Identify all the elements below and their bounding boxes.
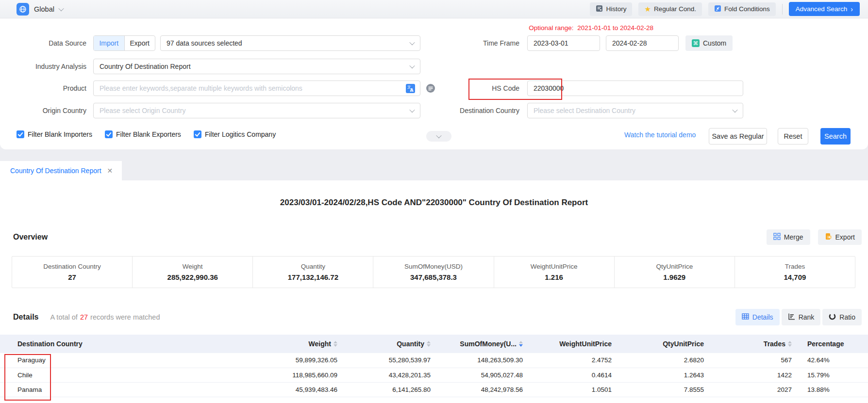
rank-chart-icon bbox=[788, 313, 795, 322]
merge-button[interactable]: Merge bbox=[767, 229, 810, 245]
column-label: WeightUnitPrice bbox=[559, 340, 612, 348]
product-label: Product bbox=[0, 81, 86, 96]
origin-country-placeholder: Please select Origin Country bbox=[100, 107, 185, 114]
row-data-source: Data Source Import Export 97 data source… bbox=[0, 35, 868, 52]
view-rank-button[interactable]: Rank bbox=[782, 309, 821, 325]
checkbox-checked-icon bbox=[194, 130, 201, 138]
data-cell: 1.2643 bbox=[618, 368, 711, 382]
column-header-quantity[interactable]: Quantity bbox=[344, 335, 437, 353]
date-end-input[interactable] bbox=[606, 35, 679, 51]
sort-icons[interactable] bbox=[427, 341, 431, 347]
column-header-trades[interactable]: Trades bbox=[711, 335, 799, 353]
tab-country-of-destination-report[interactable]: Country Of Destination Report ✕ bbox=[0, 161, 122, 180]
industry-select[interactable]: Country Of Destination Report bbox=[93, 59, 420, 74]
origin-country-label: Origin Country bbox=[0, 103, 86, 118]
column-header-sumofmoney-u[interactable]: SumOfMoney(U... bbox=[437, 335, 530, 353]
history-button[interactable]: History bbox=[590, 2, 632, 16]
page: Global History ★ Regular Cond. Fold Cond… bbox=[0, 0, 868, 403]
import-segment[interactable]: Import bbox=[94, 36, 124, 50]
match-summary: A total of27records were matched bbox=[50, 313, 160, 321]
details-header: Details A total of27records were matched… bbox=[13, 309, 862, 325]
stat-value: 1.9629 bbox=[663, 273, 685, 281]
industry-value: Country Of Destination Report bbox=[100, 63, 191, 70]
origin-country-select[interactable]: Please select Origin Country bbox=[93, 103, 420, 118]
view-ratio-button[interactable]: Ratio bbox=[822, 309, 862, 325]
column-label: Trades bbox=[764, 340, 785, 348]
data-cell: 13.88% bbox=[799, 382, 868, 397]
product-input[interactable]: 文A bbox=[93, 81, 420, 96]
advanced-search-button[interactable]: Advanced Search › bbox=[789, 2, 860, 16]
column-header-content: Percentage bbox=[799, 340, 868, 348]
stat-value: 177,132,146.72 bbox=[288, 273, 338, 281]
destination-country-label: Destination Country bbox=[398, 103, 519, 118]
stat-cell: Weight285,922,990.36 bbox=[132, 257, 252, 288]
hs-code-input[interactable] bbox=[527, 81, 743, 96]
search-button[interactable]: Search bbox=[820, 128, 851, 145]
destination-country-placeholder: Please select Destination Country bbox=[534, 107, 635, 114]
divider bbox=[782, 4, 783, 15]
report-content: 2023/03/01-2024/02/28,HS Code AND"220300… bbox=[0, 180, 868, 403]
table-row: Panama45,939,483.466,141,265.8048,242,97… bbox=[0, 382, 868, 397]
view-ratio-label: Ratio bbox=[839, 313, 855, 321]
fold-conditions-button[interactable]: Fold Conditions bbox=[708, 2, 776, 16]
checkbox-checked-icon bbox=[105, 130, 113, 138]
filter-logitics-company-checkbox[interactable]: Filter Logitics Company bbox=[194, 130, 276, 138]
hs-code-field[interactable] bbox=[534, 84, 737, 92]
overview-heading: Overview bbox=[13, 233, 48, 242]
stat-cell: QtyUnitPrice1.9629 bbox=[614, 257, 734, 288]
optional-range-value: 2021-01-01 to 2024-02-28 bbox=[577, 24, 653, 32]
export-label: Export bbox=[835, 233, 855, 241]
export-segment[interactable]: Export bbox=[124, 36, 155, 50]
reset-button[interactable]: Reset bbox=[778, 128, 808, 145]
custom-range-button[interactable]: ⌘ Custom bbox=[685, 35, 733, 51]
table-icon bbox=[742, 313, 749, 322]
sort-icons[interactable] bbox=[334, 341, 337, 347]
close-icon[interactable]: ✕ bbox=[107, 167, 113, 175]
report-title: 2023/03/01-2024/02/28,HS Code AND"220300… bbox=[0, 198, 868, 208]
data-cell: 15.79% bbox=[799, 368, 868, 382]
stat-value: 347,685,378.3 bbox=[410, 273, 457, 281]
stat-label: Weight bbox=[183, 263, 203, 270]
country-cell: Paraguay bbox=[0, 353, 252, 368]
filter-blank-exporters-checkbox[interactable]: Filter Blank Exporters bbox=[105, 130, 181, 138]
tab-label[interactable]: Country Of Destination Report bbox=[10, 167, 101, 175]
chevron-down-icon bbox=[58, 5, 64, 11]
table-row: Chile118,985,660.0943,428,201.3554,905,0… bbox=[0, 368, 868, 382]
data-cell: 54,905,027.48 bbox=[437, 368, 530, 382]
data-sources-select[interactable]: 97 data sources selected bbox=[160, 35, 420, 51]
custom-label: Custom bbox=[703, 39, 726, 47]
regular-cond-label: Regular Cond. bbox=[654, 5, 696, 13]
sort-desc-icon bbox=[334, 344, 337, 347]
export-button[interactable]: Export bbox=[818, 229, 862, 245]
stat-strip: Destination Country27Weight285,922,990.3… bbox=[12, 256, 855, 288]
filter-blank-importers-label: Filter Blank Importers bbox=[28, 130, 92, 138]
match-suffix: records were matched bbox=[90, 313, 160, 321]
view-details-label: Details bbox=[752, 313, 773, 321]
country-cell: Chile bbox=[0, 368, 252, 382]
view-details-button[interactable]: Details bbox=[735, 309, 780, 325]
collapse-conditions-button[interactable] bbox=[426, 131, 451, 142]
column-header-weight[interactable]: Weight bbox=[252, 335, 344, 353]
filter-panel: Optional range: 2021-01-01 to 2024-02-28… bbox=[0, 18, 868, 149]
sort-desc-icon bbox=[788, 344, 792, 347]
destination-country-select[interactable]: Please select Destination Country bbox=[527, 103, 743, 118]
save-as-regular-button[interactable]: Save as Regular bbox=[709, 128, 767, 145]
data-cell: 567 bbox=[711, 353, 799, 368]
tutorial-demo-link[interactable]: Watch the tutorial demo bbox=[624, 131, 696, 139]
topbar: Global History ★ Regular Cond. Fold Cond… bbox=[0, 0, 868, 18]
fold-icon bbox=[714, 5, 721, 14]
sort-desc-icon bbox=[519, 344, 523, 347]
region-selector[interactable]: Global bbox=[17, 3, 63, 16]
regular-cond-button[interactable]: ★ Regular Cond. bbox=[638, 2, 702, 16]
product-keywords-field[interactable] bbox=[100, 84, 401, 92]
stat-cell: SumOfMoney(USD)347,685,378.3 bbox=[373, 257, 493, 288]
column-header-content: Weight bbox=[252, 340, 344, 348]
history-icon bbox=[596, 5, 603, 14]
filter-blank-importers-checkbox[interactable]: Filter Blank Importers bbox=[17, 130, 92, 138]
topbar-actions: History ★ Regular Cond. Fold Conditions … bbox=[590, 2, 860, 16]
sort-asc-icon bbox=[334, 341, 337, 343]
sort-icons[interactable] bbox=[788, 341, 792, 347]
date-start-input[interactable] bbox=[527, 35, 600, 51]
chevron-down-icon bbox=[409, 63, 415, 68]
sort-icons[interactable] bbox=[519, 341, 523, 347]
